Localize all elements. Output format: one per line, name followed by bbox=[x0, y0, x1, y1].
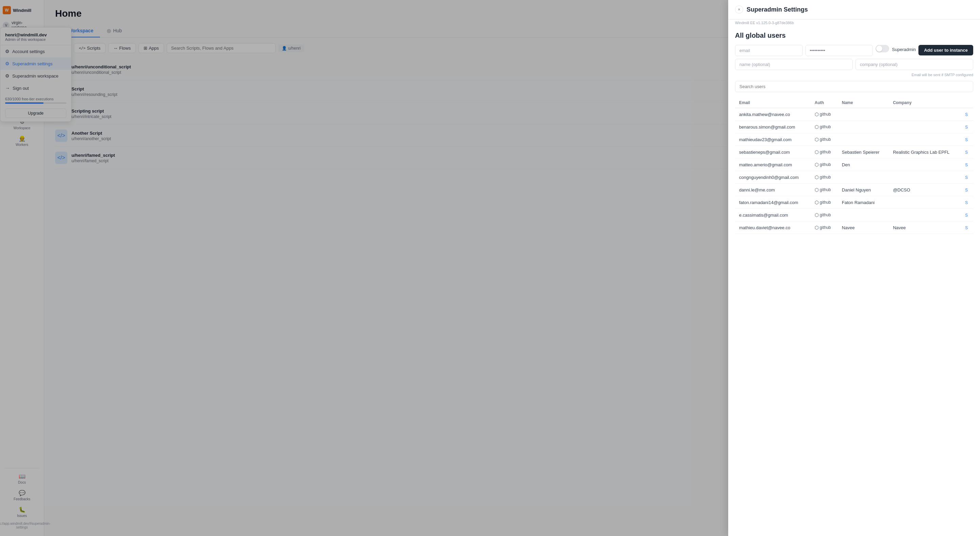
table-row: congnguyendinh0@gmail.com ⬡github S bbox=[735, 171, 973, 184]
user-action-button[interactable]: S bbox=[965, 188, 968, 192]
github-icon: ⬡ bbox=[815, 162, 819, 167]
github-icon: ⬡ bbox=[815, 212, 819, 218]
cell-email: matteo.amerio@gmail.com bbox=[735, 159, 811, 171]
cell-name bbox=[838, 209, 889, 221]
cell-auth: ⬡github bbox=[811, 184, 838, 196]
cell-company bbox=[889, 196, 961, 209]
password-field[interactable] bbox=[805, 45, 873, 56]
name-field[interactable] bbox=[735, 59, 853, 70]
cell-email: faton.ramadani14@gmail.com bbox=[735, 196, 811, 209]
cell-name: Daniel Nguyen bbox=[838, 184, 889, 196]
modal-close-button[interactable]: × bbox=[735, 5, 743, 14]
github-icon: ⬡ bbox=[815, 137, 819, 142]
modal-version: Windmill EE v1.125.0-3-g87de386b bbox=[728, 19, 980, 26]
cell-company bbox=[889, 209, 961, 221]
cell-action[interactable]: S bbox=[961, 209, 973, 221]
user-action-button[interactable]: S bbox=[965, 175, 968, 180]
table-row: mathieu.daviet@navee.co ⬡github Navee Na… bbox=[735, 221, 973, 234]
cell-auth: ⬡github bbox=[811, 221, 838, 234]
cell-name: Navee bbox=[838, 221, 889, 234]
search-users-input[interactable] bbox=[735, 81, 973, 92]
cell-action[interactable]: S bbox=[961, 184, 973, 196]
cell-action[interactable]: S bbox=[961, 133, 973, 146]
superadmin-toggle[interactable] bbox=[875, 45, 889, 52]
table-header: Email Auth Name Company bbox=[735, 98, 973, 108]
table-body: ankita.mathew@navee.co ⬡github S benarou… bbox=[735, 108, 973, 234]
form-row-2 bbox=[735, 59, 973, 70]
modal-overlay[interactable]: × Superadmin Settings Windmill EE v1.125… bbox=[0, 0, 980, 536]
github-icon: ⬡ bbox=[815, 149, 819, 155]
cell-email: e.cassimatis@gmail.com bbox=[735, 209, 811, 221]
cell-name: Faton Ramadani bbox=[838, 196, 889, 209]
user-action-button[interactable]: S bbox=[965, 137, 968, 142]
cell-email: congnguyendinh0@gmail.com bbox=[735, 171, 811, 184]
cell-action[interactable]: S bbox=[961, 108, 973, 121]
table-row: sebastieneps@gmail.com ⬡github Sebastien… bbox=[735, 146, 973, 159]
github-icon: ⬡ bbox=[815, 200, 819, 205]
close-icon: × bbox=[738, 7, 740, 12]
cell-email: mathieu.daviet@navee.co bbox=[735, 221, 811, 234]
cell-name bbox=[838, 171, 889, 184]
modal-title: Superadmin Settings bbox=[746, 6, 808, 13]
table-row: danni.le@me.com ⬡github Daniel Nguyen @D… bbox=[735, 184, 973, 196]
cell-action[interactable]: S bbox=[961, 146, 973, 159]
user-action-button[interactable]: S bbox=[965, 200, 968, 205]
cell-action[interactable]: S bbox=[961, 221, 973, 234]
github-icon: ⬡ bbox=[815, 124, 819, 130]
add-user-button[interactable]: Add user to instance bbox=[918, 45, 973, 56]
cell-action[interactable]: S bbox=[961, 196, 973, 209]
cell-company bbox=[889, 171, 961, 184]
user-action-button[interactable]: S bbox=[965, 163, 968, 167]
cell-company bbox=[889, 133, 961, 146]
cell-auth: ⬡github bbox=[811, 196, 838, 209]
section-title: All global users bbox=[735, 32, 973, 40]
github-icon: ⬡ bbox=[815, 187, 819, 192]
user-action-button[interactable]: S bbox=[965, 150, 968, 155]
cell-company bbox=[889, 108, 961, 121]
cell-company: Navee bbox=[889, 221, 961, 234]
superadmin-label: Superadmin bbox=[892, 45, 916, 52]
col-auth: Auth bbox=[811, 98, 838, 108]
email-field[interactable] bbox=[735, 45, 803, 56]
toggle-knob bbox=[876, 46, 882, 52]
cell-name: Den bbox=[838, 159, 889, 171]
cell-action[interactable]: S bbox=[961, 171, 973, 184]
cell-company: @DCSO bbox=[889, 184, 961, 196]
cell-auth: ⬡github bbox=[811, 171, 838, 184]
cell-email: benarous.simon@gmail.com bbox=[735, 121, 811, 133]
cell-email: ankita.mathew@navee.co bbox=[735, 108, 811, 121]
modal-body: All global users Superadmin Add user to … bbox=[728, 26, 980, 536]
modal-header: × Superadmin Settings bbox=[728, 0, 980, 19]
table-row: matteo.amerio@gmail.com ⬡github Den S bbox=[735, 159, 973, 171]
user-action-button[interactable]: S bbox=[965, 213, 968, 218]
col-actions bbox=[961, 98, 973, 108]
col-company: Company bbox=[889, 98, 961, 108]
cell-auth: ⬡github bbox=[811, 209, 838, 221]
company-field[interactable] bbox=[856, 59, 973, 70]
user-action-button[interactable]: S bbox=[965, 112, 968, 117]
table-row: faton.ramadani14@gmail.com ⬡github Faton… bbox=[735, 196, 973, 209]
cell-auth: ⬡github bbox=[811, 146, 838, 159]
cell-name: Sebastien Speierer bbox=[838, 146, 889, 159]
cell-email: sebastieneps@gmail.com bbox=[735, 146, 811, 159]
cell-company: Realistic Graphics Lab EPFL bbox=[889, 146, 961, 159]
user-action-button[interactable]: S bbox=[965, 125, 968, 130]
email-hint: Email will be sent if SMTP configured bbox=[735, 73, 973, 77]
github-icon: ⬡ bbox=[815, 111, 819, 117]
cell-company bbox=[889, 159, 961, 171]
cell-email: mathieudav23@gmail.com bbox=[735, 133, 811, 146]
superadmin-settings-modal: × Superadmin Settings Windmill EE v1.125… bbox=[728, 0, 980, 536]
table-row: e.cassimatis@gmail.com ⬡github S bbox=[735, 209, 973, 221]
cell-name bbox=[838, 108, 889, 121]
cell-auth: ⬡github bbox=[811, 133, 838, 146]
user-action-button[interactable]: S bbox=[965, 225, 968, 230]
col-email: Email bbox=[735, 98, 811, 108]
cell-company bbox=[889, 121, 961, 133]
cell-action[interactable]: S bbox=[961, 159, 973, 171]
table-row: mathieudav23@gmail.com ⬡github S bbox=[735, 133, 973, 146]
table-row: benarous.simon@gmail.com ⬡github S bbox=[735, 121, 973, 133]
cell-auth: ⬡github bbox=[811, 159, 838, 171]
cell-auth: ⬡github bbox=[811, 108, 838, 121]
cell-action[interactable]: S bbox=[961, 121, 973, 133]
col-name: Name bbox=[838, 98, 889, 108]
